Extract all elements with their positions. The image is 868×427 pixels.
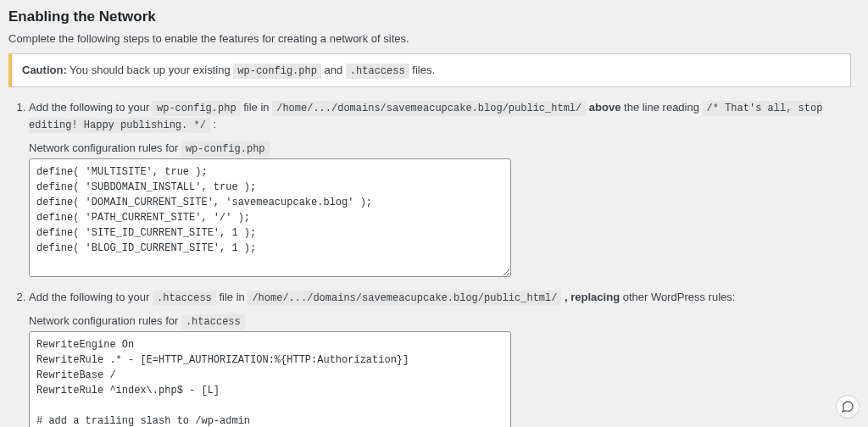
caution-text2: and <box>321 64 346 76</box>
step1-rules-label: Network configuration rules for wp-confi… <box>29 141 851 155</box>
step2-code1: .htaccess <box>153 291 216 306</box>
step1-code1: wp-config.php <box>153 101 241 116</box>
step1-code2: /home/.../domains/savemeacupcake.blog/pu… <box>272 101 586 116</box>
caution-code1: wp-config.php <box>233 64 321 79</box>
step2-text3: , replacing <box>561 291 620 303</box>
step1-text5: : <box>210 118 216 130</box>
wp-config-codeblock[interactable] <box>29 158 511 277</box>
caution-label: Caution: <box>22 64 67 76</box>
step2-text1: Add the following to your <box>29 291 153 303</box>
step1-text4: the line reading <box>620 101 702 114</box>
caution-text1: You should back up your existing <box>67 64 234 76</box>
page-title: Enabling the Network <box>8 8 851 25</box>
caution-notice: Caution: You should back up your existin… <box>8 53 851 87</box>
caution-code2: .htaccess <box>346 64 409 79</box>
caution-text3: files. <box>409 64 435 76</box>
step2-code2: /home/.../domains/savemeacupcake.blog/pu… <box>248 291 561 306</box>
steps-list: Add the following to your wp-config.php … <box>8 99 851 427</box>
htaccess-codeblock[interactable] <box>29 331 511 427</box>
step1-text2: file in <box>241 101 273 114</box>
step1-text3: above <box>586 101 620 114</box>
step1-rules-code: wp-config.php <box>181 141 270 157</box>
chat-bubble-icon[interactable] <box>836 395 860 419</box>
step2-rules-code: .htaccess <box>181 314 245 330</box>
page-subtitle: Complete the following steps to enable t… <box>8 32 851 45</box>
step1-text1: Add the following to your <box>29 101 153 114</box>
step-2: Add the following to your .htaccess file… <box>29 289 851 427</box>
step2-text4: other WordPress rules: <box>620 291 735 303</box>
step2-rules-label: Network configuration rules for .htacces… <box>29 314 851 328</box>
step-1: Add the following to your wp-config.php … <box>29 99 851 277</box>
step2-text2: file in <box>216 291 248 303</box>
